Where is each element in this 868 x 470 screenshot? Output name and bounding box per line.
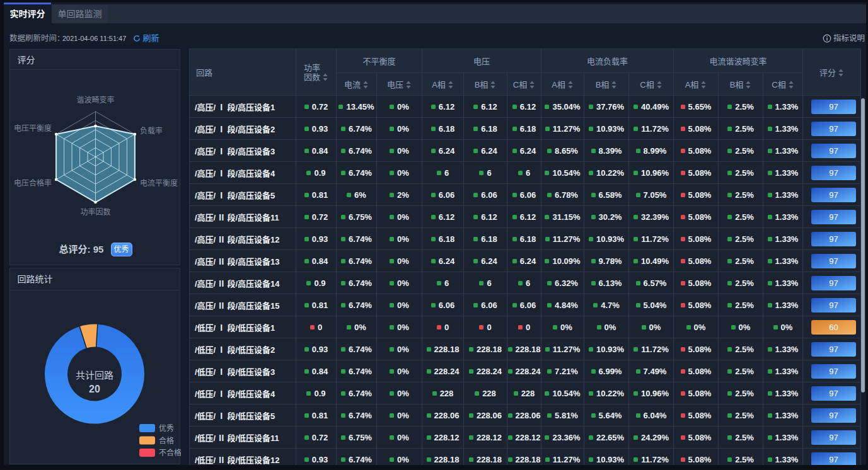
svg-text:优秀: 优秀 (159, 424, 174, 433)
svg-text:谐波畸变率: 谐波畸变率 (76, 95, 114, 105)
svg-text:电压平衡度: 电压平衡度 (13, 123, 51, 133)
svg-text:电压合格率: 电压合格率 (13, 178, 51, 188)
svg-text:电流平衡度: 电流平衡度 (140, 178, 178, 188)
svg-text:共计回路: 共计回路 (75, 370, 113, 381)
svg-text:合格: 合格 (159, 436, 174, 445)
svg-text:不合格: 不合格 (159, 448, 181, 457)
svg-text:负载率: 负载率 (140, 126, 163, 135)
svg-text:20: 20 (89, 384, 100, 394)
svg-text:功率因数: 功率因数 (80, 207, 110, 217)
